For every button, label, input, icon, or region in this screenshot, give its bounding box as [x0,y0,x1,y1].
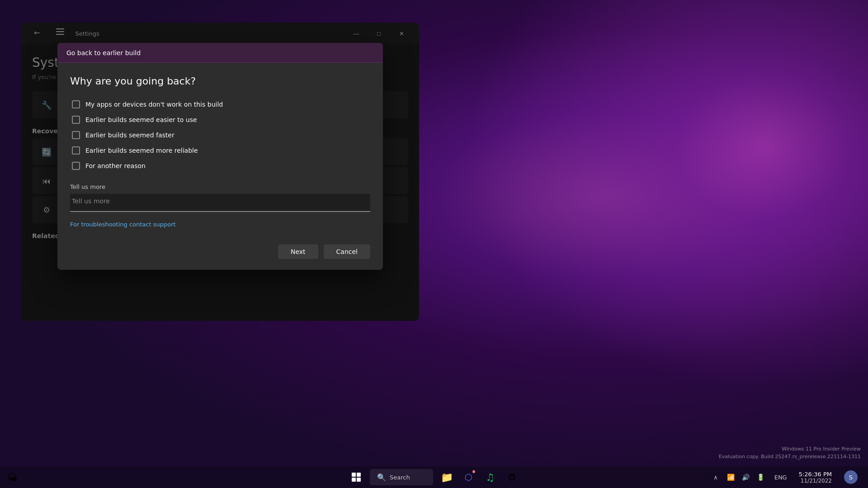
checkbox-group: My apps or devices don't work on this bu… [70,98,370,173]
search-label: Search [390,474,410,481]
network-icon[interactable]: 📶 [725,472,736,483]
spotify-icon: ♫ [486,472,495,483]
checkbox-other[interactable] [72,162,80,170]
search-button[interactable]: 🔍 Search [370,469,433,485]
dialog-footer: Next Cancel [57,237,383,270]
build-info: Windows 11 Pro Insider Preview Evaluatio… [719,445,861,461]
cancel-button[interactable]: Cancel [324,244,370,259]
checkbox-label-4: Earlier builds seemed more reliable [85,147,198,154]
checkbox-label-3: Earlier builds seemed faster [85,131,175,139]
taskbar-left: 🌤 [7,472,17,483]
clock-date: 11/21/2022 [801,478,832,484]
checkbox-label-1: My apps or devices don't work on this bu… [85,101,223,108]
taskbar: 🌤 🔍 Search 📁 ⬡ 8 ♫ [0,466,868,488]
spotify-button[interactable]: ♫ [480,467,500,487]
notification-center-button[interactable]: S [841,467,861,487]
battery-icon[interactable]: 🔋 [755,472,766,483]
dialog-header: Go back to earlier build [57,43,383,63]
clock-time: 5:26:36 PM [799,471,832,478]
checkbox-item-1[interactable]: My apps or devices don't work on this bu… [70,98,370,111]
dialog-header-title: Go back to earlier build [66,49,141,56]
tray-expand-button[interactable]: ∧ [712,472,720,483]
checkbox-reliable[interactable] [72,146,80,155]
tell-us-label: Tell us more [70,183,370,190]
checkbox-easier[interactable] [72,116,80,124]
checkbox-item-4[interactable]: Earlier builds seemed more reliable [70,144,370,157]
tray-icons: 📶 🔊 🔋 [725,472,766,483]
checkbox-label-5: For another reason [85,162,146,169]
gear-icon: ⚙ [507,472,516,483]
discord-icon: ⬡ [464,472,472,483]
discord-notification-badge: 8 [472,470,476,474]
avatar: S [844,470,858,484]
file-explorer-icon: 📁 [441,472,453,483]
tell-us-textarea[interactable] [70,194,370,212]
dialog-question: Why are you going back? [70,75,370,87]
volume-icon[interactable]: 🔊 [740,472,751,483]
file-explorer-button[interactable]: 📁 [437,467,457,487]
clock-area[interactable]: 5:26:36 PM 11/21/2022 [795,469,835,486]
support-link[interactable]: For troubleshooting contact support [70,221,176,228]
start-button[interactable] [346,467,366,487]
taskbar-center: 🔍 Search 📁 ⬡ 8 ♫ ⚙ [346,467,522,487]
next-button[interactable]: Next [278,244,318,259]
go-back-dialog: Go back to earlier build Why are you goi… [57,43,383,270]
system-tray: ∧ 📶 🔊 🔋 ENG 5:26:36 PM 11/21/2022 S [704,466,868,488]
checkbox-item-3[interactable]: Earlier builds seemed faster [70,128,370,142]
weather-icon[interactable]: 🌤 [7,472,17,483]
language-indicator[interactable]: ENG [772,472,790,483]
checkbox-item-2[interactable]: Earlier builds seemed easier to use [70,113,370,127]
search-icon: 🔍 [377,473,386,482]
discord-button[interactable]: ⬡ 8 [458,467,478,487]
dialog-overlay: Go back to earlier build Why are you goi… [21,23,419,321]
checkbox-faster[interactable] [72,131,80,139]
checkbox-item-5[interactable]: For another reason [70,159,370,173]
dialog-body: Why are you going back? My apps or devic… [57,63,383,237]
settings-taskbar-button[interactable]: ⚙ [502,467,522,487]
checkbox-label-2: Earlier builds seemed easier to use [85,116,197,123]
checkbox-apps[interactable] [72,100,80,108]
windows-logo [352,473,361,482]
